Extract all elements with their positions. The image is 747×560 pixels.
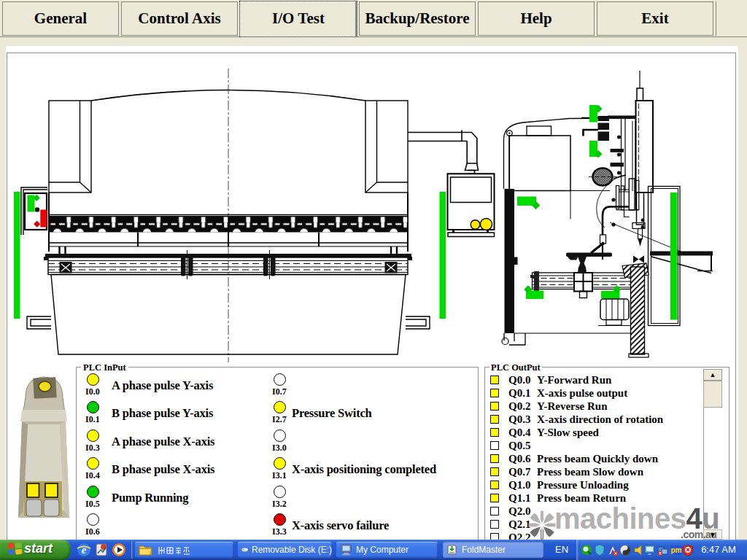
svg-text:e: e (82, 544, 87, 556)
svg-text:pm: pm (671, 546, 682, 554)
